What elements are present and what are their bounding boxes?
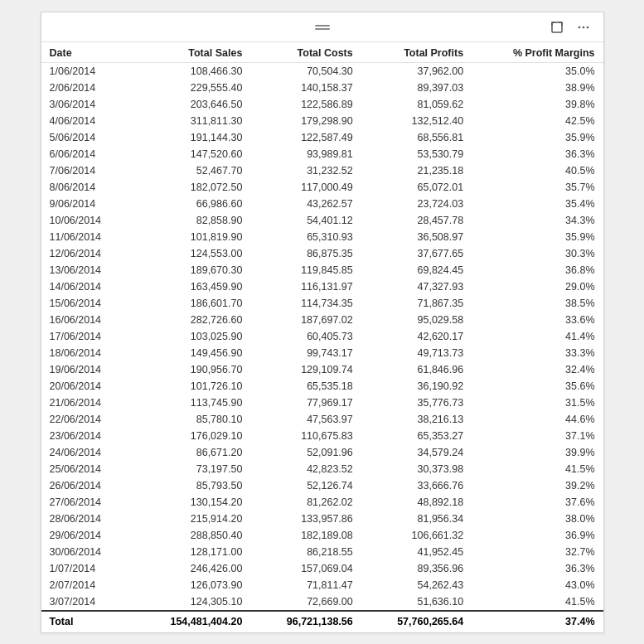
table-row: 20/06/2014101,726.1065,535.1836,190.9235… [41,378,603,395]
cell-r32-c2: 72,669.00 [250,593,361,611]
cell-r32-c0: 3/07/2014 [41,593,133,611]
cell-r28-c2: 182,189.08 [250,527,361,544]
cell-r3-c4: 42.5% [472,113,603,129]
table-header-row: Date Total Sales Total Costs Total Profi… [41,42,603,63]
cell-r22-c4: 37.1% [472,428,603,444]
cell-r21-c3: 38,216.13 [361,411,472,428]
cell-r24-c2: 42,823.52 [250,461,361,477]
drag-handle-area[interactable] [315,25,330,30]
cell-r10-c2: 65,310.93 [250,229,361,245]
cell-r31-c0: 2/07/2014 [41,577,133,593]
cell-r25-c0: 26/06/2014 [41,477,133,494]
cell-r22-c1: 176,029.10 [133,428,251,444]
cell-r5-c2: 93,989.81 [250,146,361,162]
cell-r23-c3: 34,579.24 [361,444,472,461]
cell-r29-c0: 30/06/2014 [41,544,133,560]
cell-r26-c2: 81,262.02 [250,494,361,511]
cell-r3-c3: 132,512.40 [361,113,472,129]
cell-r24-c4: 41.5% [472,461,603,477]
table-row: 3/07/2014124,305.1072,669.0051,636.1041.… [41,593,603,611]
cell-r1-c3: 89,397.03 [361,80,472,96]
table-row: 23/06/2014176,029.10110,675.8365,353.273… [41,428,603,444]
cell-r21-c4: 44.6% [472,411,603,428]
table-row: 7/06/201452,467.7031,232.5221,235.1840.5… [41,162,603,179]
cell-r0-c1: 108,466.30 [133,62,251,80]
cell-r16-c1: 103,025.90 [133,328,251,345]
drag-handle-icon[interactable] [315,25,330,30]
col-header-date[interactable]: Date [41,42,133,63]
col-header-total-profits[interactable]: Total Profits [361,42,472,63]
cell-r22-c0: 23/06/2014 [41,428,133,444]
cell-r28-c4: 36.9% [472,527,603,544]
cell-r6-c4: 40.5% [472,162,603,179]
cell-r8-c3: 23,724.03 [361,196,472,212]
cell-r30-c4: 36.3% [472,560,603,577]
cell-r22-c3: 65,353.27 [361,428,472,444]
cell-r30-c0: 1/07/2014 [41,560,133,577]
col-header-total-costs[interactable]: Total Costs [250,42,361,63]
cell-r31-c1: 126,073.90 [133,577,251,593]
cell-r13-c4: 29.0% [472,278,603,295]
cell-r14-c4: 38.5% [472,295,603,312]
table-row: 29/06/2014288,850.40182,189.08106,661.32… [41,527,603,544]
cell-r10-c3: 36,508.97 [361,229,472,245]
cell-r2-c4: 39.8% [472,96,603,113]
cell-r32-c1: 124,305.10 [133,593,251,611]
cell-r27-c0: 28/06/2014 [41,511,133,527]
cell-r32-c4: 41.5% [472,593,603,611]
cell-r8-c2: 43,262.57 [250,196,361,212]
cell-r13-c1: 163,459.90 [133,278,251,295]
col-header-total-sales[interactable]: Total Sales [133,42,251,63]
table-row: 30/06/2014128,171.0086,218.5541,952.4532… [41,544,603,560]
cell-r12-c3: 69,824.45 [361,262,472,278]
expand-button[interactable] [547,19,567,36]
table-row: 11/06/2014101,819.9065,310.9336,508.9735… [41,229,603,245]
cell-r7-c3: 65,072.01 [361,179,472,196]
cell-r25-c1: 85,793.50 [133,477,251,494]
cell-r27-c3: 81,956.34 [361,511,472,527]
cell-r9-c4: 34.3% [472,212,603,229]
more-options-button[interactable] [574,19,593,36]
cell-r4-c2: 122,587.49 [250,129,361,146]
cell-r11-c0: 12/06/2014 [41,245,133,262]
table-row: 8/06/2014182,072.50117,000.4965,072.0135… [41,179,603,196]
table-scroll-area[interactable]: Date Total Sales Total Costs Total Profi… [41,42,603,632]
cell-r0-c3: 37,962.00 [361,62,472,80]
cell-r24-c3: 30,373.98 [361,461,472,477]
cell-r17-c3: 49,713.73 [361,345,472,361]
cell-r27-c4: 38.0% [472,511,603,527]
toolbar [41,12,603,42]
cell-r13-c3: 47,327.93 [361,278,472,295]
cell-r8-c1: 66,986.60 [133,196,251,212]
table-row: 2/06/2014229,555.40140,158.3789,397.0338… [41,80,603,96]
cell-r7-c2: 117,000.49 [250,179,361,196]
table-row: 5/06/2014191,144.30122,587.4968,556.8135… [41,129,603,146]
table-row: 27/06/2014130,154.2081,262.0248,892.1837… [41,494,603,511]
table-row: 24/06/201486,671.2052,091.9634,579.2439.… [41,444,603,461]
cell-r16-c4: 41.4% [472,328,603,345]
cell-r8-c0: 9/06/2014 [41,196,133,212]
svg-point-1 [578,27,580,29]
footer-total-profits: 57,760,265.64 [361,611,472,632]
cell-r30-c3: 89,356.96 [361,560,472,577]
cell-r6-c1: 52,467.70 [133,162,251,179]
table-row: 13/06/2014189,670.30119,845.8569,824.453… [41,262,603,278]
cell-r19-c0: 20/06/2014 [41,378,133,395]
footer-total-costs: 96,721,138.56 [250,611,361,632]
table-row: 1/06/2014108,466.3070,504.3037,962.0035.… [41,62,603,80]
table-row: 17/06/2014103,025.9060,405.7342,620.1741… [41,328,603,345]
cell-r27-c1: 215,914.20 [133,511,251,527]
cell-r1-c0: 2/06/2014 [41,80,133,96]
table-row: 19/06/2014190,956.70129,109.7461,846.963… [41,361,603,378]
cell-r25-c2: 52,126.74 [250,477,361,494]
cell-r18-c0: 19/06/2014 [41,361,133,378]
cell-r29-c1: 128,171.00 [133,544,251,560]
table-row: 16/06/2014282,726.60187,697.0295,029.583… [41,312,603,328]
cell-r26-c1: 130,154.20 [133,494,251,511]
cell-r19-c2: 65,535.18 [250,378,361,395]
cell-r16-c0: 17/06/2014 [41,328,133,345]
cell-r10-c0: 11/06/2014 [41,229,133,245]
col-header-profit-margins[interactable]: % Profit Margins [472,42,603,63]
cell-r16-c2: 60,405.73 [250,328,361,345]
cell-r19-c1: 101,726.10 [133,378,251,395]
